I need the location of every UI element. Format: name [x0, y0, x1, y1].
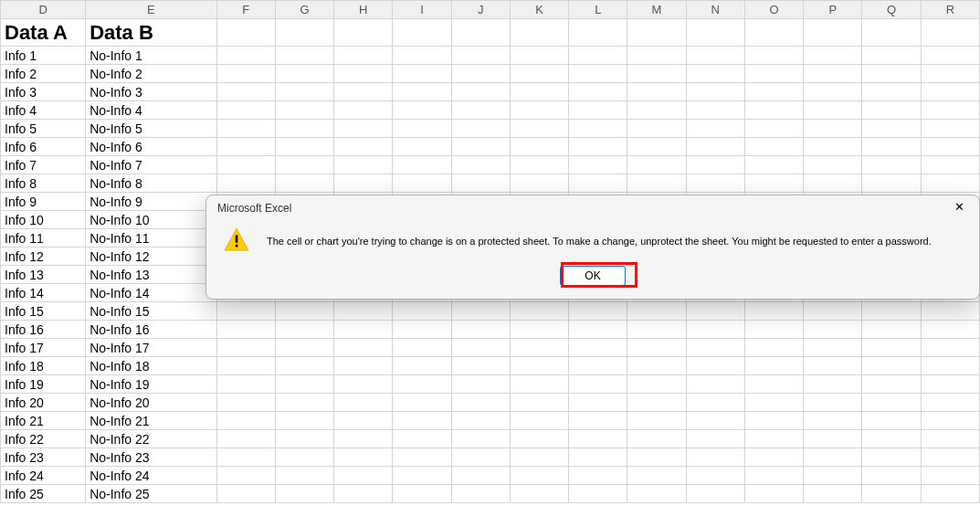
cell[interactable] [334, 357, 393, 375]
cell[interactable] [510, 19, 568, 47]
cell[interactable] [921, 101, 979, 120]
cell[interactable] [862, 19, 921, 47]
cell[interactable]: No-Info 1 [86, 47, 217, 65]
cell[interactable] [451, 448, 510, 467]
cell[interactable]: Info 20 [1, 394, 86, 412]
cell[interactable] [627, 138, 686, 156]
cell[interactable] [393, 47, 451, 65]
cell[interactable]: No-Info 5 [86, 120, 217, 138]
cell[interactable] [451, 394, 510, 412]
cell[interactable] [862, 120, 921, 138]
cell[interactable] [569, 394, 627, 412]
cell[interactable] [862, 65, 921, 83]
cell[interactable]: Info 15 [1, 302, 86, 321]
cell[interactable] [921, 120, 979, 138]
cell[interactable] [804, 47, 862, 65]
cell[interactable] [804, 485, 862, 503]
cell[interactable] [216, 467, 275, 485]
cell[interactable] [862, 412, 921, 430]
cell[interactable] [862, 448, 921, 467]
cell[interactable] [569, 375, 627, 394]
cell[interactable] [921, 339, 979, 357]
cell[interactable] [862, 485, 921, 503]
cell[interactable] [393, 83, 451, 101]
cell[interactable]: Info 2 [1, 65, 86, 83]
cell[interactable] [744, 302, 803, 321]
cell[interactable] [510, 394, 568, 412]
cell[interactable] [216, 412, 275, 430]
cell[interactable] [451, 83, 510, 101]
cell[interactable] [744, 120, 803, 138]
cell[interactable]: No-Info 13 [86, 266, 217, 284]
cell[interactable] [686, 467, 744, 485]
cell[interactable] [921, 448, 979, 467]
cell[interactable] [216, 339, 275, 357]
column-header-P[interactable]: P [804, 1, 862, 19]
cell[interactable] [216, 375, 275, 394]
cell[interactable] [686, 412, 744, 430]
cell[interactable] [862, 357, 921, 375]
cell[interactable]: No-Info 21 [86, 412, 217, 430]
cell[interactable] [744, 485, 803, 503]
column-header-K[interactable]: K [510, 1, 568, 19]
cell[interactable] [921, 47, 979, 65]
cell[interactable] [334, 339, 393, 357]
cell[interactable] [275, 65, 333, 83]
cell[interactable] [216, 101, 275, 120]
cell[interactable] [334, 448, 393, 467]
cell[interactable] [921, 156, 979, 174]
column-header-N[interactable]: N [686, 1, 744, 19]
cell[interactable] [862, 375, 921, 394]
cell[interactable] [510, 101, 568, 120]
ok-button[interactable]: OK [560, 266, 626, 286]
cell[interactable] [569, 467, 627, 485]
cell[interactable] [275, 47, 333, 65]
cell[interactable] [921, 321, 979, 339]
cell[interactable] [686, 357, 744, 375]
cell[interactable] [393, 120, 451, 138]
cell[interactable] [275, 156, 333, 174]
cell[interactable] [393, 101, 451, 120]
cell[interactable] [627, 375, 686, 394]
cell[interactable] [686, 120, 744, 138]
cell[interactable] [686, 138, 744, 156]
cell[interactable]: No-Info 18 [86, 357, 217, 375]
cell[interactable] [510, 321, 568, 339]
cell[interactable]: No-Info 9 [86, 193, 217, 211]
cell[interactable] [627, 430, 686, 448]
cell[interactable] [334, 156, 393, 174]
cell[interactable] [921, 375, 979, 394]
cell[interactable] [627, 47, 686, 65]
cell[interactable] [686, 339, 744, 357]
cell[interactable] [569, 65, 627, 83]
cell[interactable]: No-Info 23 [86, 448, 217, 467]
cell[interactable] [744, 357, 803, 375]
cell[interactable] [804, 412, 862, 430]
cell[interactable] [921, 65, 979, 83]
cell[interactable] [686, 430, 744, 448]
cell[interactable] [334, 485, 393, 503]
column-header-Q[interactable]: Q [862, 1, 921, 19]
cell[interactable] [744, 321, 803, 339]
cell[interactable]: Info 9 [1, 193, 86, 211]
cell[interactable] [334, 19, 393, 47]
cell[interactable] [393, 65, 451, 83]
cell[interactable] [804, 448, 862, 467]
cell[interactable] [627, 394, 686, 412]
cell[interactable] [921, 138, 979, 156]
cell[interactable] [510, 430, 568, 448]
cell[interactable] [627, 321, 686, 339]
cell[interactable] [510, 120, 568, 138]
cell[interactable]: Info 22 [1, 430, 86, 448]
cell[interactable] [569, 448, 627, 467]
cell[interactable]: Info 1 [1, 47, 86, 65]
cell[interactable] [627, 101, 686, 120]
cell[interactable] [334, 302, 393, 321]
cell[interactable] [216, 321, 275, 339]
cell[interactable] [627, 339, 686, 357]
cell[interactable] [216, 430, 275, 448]
cell[interactable] [744, 65, 803, 83]
cell[interactable] [744, 448, 803, 467]
cell[interactable] [569, 156, 627, 174]
cell[interactable] [275, 394, 333, 412]
